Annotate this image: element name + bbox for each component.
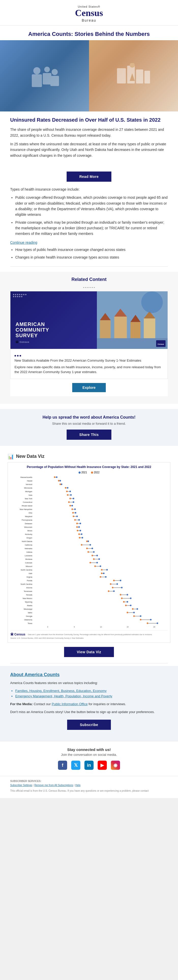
continue-reading-link[interactable]: Continue reading xyxy=(10,240,37,245)
chart-row: Nevada xyxy=(10,593,168,597)
state-label: Virginia xyxy=(10,576,33,578)
dot-2021 xyxy=(121,587,122,589)
chart-row: Kentucky xyxy=(10,532,168,536)
dot-2022 xyxy=(133,615,135,617)
flag-icon: 🏛 xyxy=(16,340,19,344)
state-label: Maryland xyxy=(10,515,33,517)
about-media-text: For the Media: Contact our Public Inform… xyxy=(10,702,168,707)
legend-2021-label: 2021 xyxy=(81,471,87,474)
divider-1 xyxy=(10,266,168,267)
dot-2022 xyxy=(66,491,68,492)
subscribe-button[interactable]: Subscribe xyxy=(67,720,111,730)
state-label: North Carolina xyxy=(10,569,33,571)
dataviz-title: New Data Viz xyxy=(16,454,44,459)
svg-point-21 xyxy=(141,291,163,313)
chart-row: Delaware xyxy=(10,522,168,525)
svg-rect-13 xyxy=(100,320,111,338)
chart-row: South Carolina xyxy=(10,582,168,586)
instagram-icon[interactable]: ◉ xyxy=(111,760,120,770)
chart-row: New York xyxy=(10,497,168,500)
social-title: Stay connected with us! xyxy=(10,748,168,752)
continue-reading-list: How types of public health insurance cov… xyxy=(15,247,168,260)
chart-footer-note: Data are 1-year estimates from the Ameri… xyxy=(28,633,168,636)
legend-2022: 2022 xyxy=(91,471,99,474)
state-label: Nebraska xyxy=(10,548,33,549)
help-link[interactable]: Help xyxy=(75,784,81,787)
dot-2021 xyxy=(137,608,138,610)
state-label: South Carolina xyxy=(10,583,33,585)
dot-2022 xyxy=(73,515,74,517)
state-label: Colorado xyxy=(10,562,33,564)
dot-2022 xyxy=(89,562,91,563)
chart-legend: 2021 2022 xyxy=(10,471,168,474)
state-label: Massachusetts xyxy=(10,476,33,478)
state-label: Pennsylvania xyxy=(10,519,33,521)
state-label: Mississippi xyxy=(10,608,33,610)
dataviz-section: 📊 New Data Viz Percentage of Population … xyxy=(0,451,178,663)
chart-row: Virginia xyxy=(10,575,168,579)
continue-reading-item-1: How types of public health insurance cov… xyxy=(15,247,168,253)
state-label: Iowa xyxy=(10,494,33,496)
dot-2021 xyxy=(70,494,72,496)
chart-row: Wyoming xyxy=(10,600,168,604)
about-topic-2-link[interactable]: Emergency Management, Health, Population… xyxy=(15,694,113,698)
about-media-label: For the Media: xyxy=(10,702,33,706)
linkedin-icon[interactable]: in xyxy=(84,760,94,770)
share-this-button[interactable]: Share This xyxy=(67,430,112,440)
dot-2022 xyxy=(121,598,122,599)
explore-button[interactable]: Explore xyxy=(72,383,105,392)
dot-2021 xyxy=(87,541,89,542)
chart-source: Source: U.S. Census Bureau, 2021 and 202… xyxy=(10,636,168,640)
dot-2021 xyxy=(106,569,108,571)
dot-2022 xyxy=(77,530,78,531)
dot-2022 xyxy=(76,523,78,524)
coverage-list: Public coverage offered through Medicare… xyxy=(15,195,168,237)
dot-2021 xyxy=(127,594,128,595)
dot-2021 xyxy=(61,484,62,485)
article-para2: In 25 states where the uninsured rate de… xyxy=(10,141,168,158)
state-label: Kentucky xyxy=(10,533,33,535)
about-topic-1-link[interactable]: Families, Housing, Enrollment, Business,… xyxy=(15,689,106,693)
dot-2022 xyxy=(120,594,121,595)
state-label: Oklahoma xyxy=(10,619,33,620)
chart-icon: 📊 xyxy=(8,453,14,460)
about-media-link[interactable]: Public Information Office xyxy=(52,702,87,706)
dot-2021 xyxy=(75,512,76,514)
main-title-section: America Counts: Stories Behind the Numbe… xyxy=(0,25,178,40)
dot-2022 xyxy=(94,565,96,567)
subscriber-footer: SUBSCRIBER SERVICES: Subscriber Settings… xyxy=(0,776,178,798)
youtube-icon[interactable]: ▶ xyxy=(98,760,107,770)
chart-row: Alaska xyxy=(10,604,168,607)
subscriber-settings-link[interactable]: Subscriber Settings xyxy=(10,784,32,787)
view-dataviz-button[interactable]: View Data Viz xyxy=(64,647,114,657)
state-label: Delaware xyxy=(10,523,33,525)
acs-title-1: AMERICAN xyxy=(16,321,92,327)
chart-row: Ohio xyxy=(10,511,168,515)
twitter-icon[interactable]: 𝕏 xyxy=(71,760,80,770)
dot-2021 xyxy=(59,480,61,482)
bureau-text: Bureau xyxy=(75,18,103,22)
about-title: About America Counts xyxy=(10,672,168,678)
dot-2022 xyxy=(100,576,101,578)
dot-2021 xyxy=(150,619,151,620)
state-label: Minnesota xyxy=(10,487,33,489)
social-subtitle: Join the conversation on social media. xyxy=(10,753,168,757)
dot-2022 xyxy=(101,573,102,574)
dot-2021 xyxy=(96,555,98,556)
dot-2021 xyxy=(133,612,135,613)
dot-2021 xyxy=(79,530,81,531)
chart-footer-census: 🏛 Census xyxy=(10,633,25,636)
chart-row: Georgia xyxy=(10,614,168,618)
state-label: Nevada xyxy=(10,594,33,596)
facebook-icon[interactable]: f xyxy=(58,760,67,770)
continue-reading-item-2: Changes in private health insurance cove… xyxy=(15,255,168,260)
remove-subscriptions-link[interactable]: Remove me from All Subscriptions xyxy=(34,784,73,787)
dot-2022 xyxy=(70,498,71,499)
share-subtitle: Share this on social media or forward it… xyxy=(10,422,168,425)
legend-dot-2022 xyxy=(91,472,93,474)
chart-row: Mississippi xyxy=(10,607,168,611)
about-title-link[interactable]: America Counts xyxy=(24,672,59,677)
social-section: Stay connected with us! Join the convers… xyxy=(0,741,178,776)
acs-card: AMERICAN COMMUNITY SURVEY 🏛 Census xyxy=(10,291,168,379)
read-more-button[interactable]: Read More xyxy=(67,172,111,182)
